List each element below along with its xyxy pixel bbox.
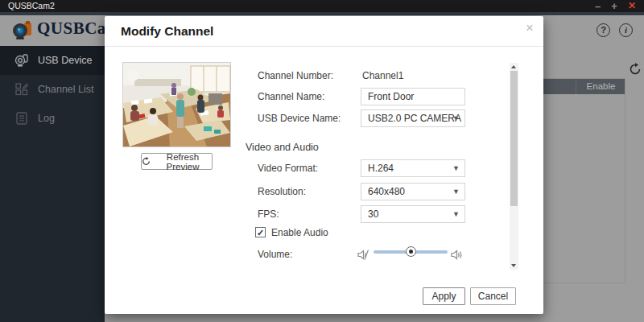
- modify-channel-dialog: Modify Channel ×: [105, 16, 543, 314]
- volume-slider-thumb[interactable]: [406, 246, 416, 257]
- dialog-title: Modify Channel: [121, 16, 213, 47]
- minimize-icon[interactable]: –: [595, 0, 601, 12]
- scroll-down-icon[interactable]: [511, 264, 516, 267]
- usb-device-select-value: USB2.0 PC CAMERA: [368, 110, 461, 127]
- chevron-down-icon: ▼: [452, 110, 460, 126]
- dialog-header: Modify Channel ×: [105, 16, 543, 47]
- chevron-down-icon: ▼: [452, 206, 460, 222]
- close-dialog-icon[interactable]: ×: [526, 20, 534, 36]
- volume-slider-track[interactable]: [374, 250, 448, 254]
- apply-button[interactable]: Apply: [423, 287, 465, 305]
- volume-high-icon: [451, 249, 463, 263]
- close-window-icon[interactable]: ✕: [628, 0, 636, 12]
- window-title: QUSBCam2: [8, 0, 55, 12]
- cancel-button[interactable]: Cancel: [470, 287, 516, 305]
- volume-low-icon: [357, 249, 369, 263]
- camera-preview-image: [122, 62, 231, 147]
- window-controls: – + ✕: [595, 0, 636, 12]
- channel-number-value: Channel1: [362, 67, 403, 85]
- volume-label: Volume:: [258, 246, 292, 263]
- video-audio-section-title: Video and Audio: [246, 142, 319, 153]
- enable-audio-checkbox[interactable]: ✓: [255, 227, 266, 237]
- chevron-down-icon: ▼: [452, 184, 460, 200]
- channel-name-label: Channel Name:: [258, 88, 324, 105]
- usb-device-select[interactable]: USB2.0 PC CAMERA ▼: [361, 109, 465, 127]
- resolution-select[interactable]: 640x480 ▼: [361, 183, 465, 200]
- refresh-preview-label: Refresh Preview: [154, 152, 212, 171]
- resolution-select-value: 640x480: [368, 184, 405, 200]
- scrollbar-thumb[interactable]: [510, 71, 518, 206]
- video-format-select-value: H.264: [368, 160, 394, 177]
- channel-number-label: Channel Number:: [258, 67, 333, 85]
- enable-audio-label: Enable Audio: [271, 227, 328, 238]
- refresh-icon: [142, 157, 151, 166]
- channel-name-input[interactable]: [361, 88, 465, 105]
- video-format-select[interactable]: H.264 ▼: [361, 159, 465, 177]
- usb-device-name-label: USB Device Name:: [258, 109, 341, 127]
- fps-select[interactable]: 30 ▼: [361, 205, 465, 223]
- chevron-down-icon: ▼: [452, 160, 460, 176]
- video-format-label: Video Format:: [258, 159, 318, 177]
- scroll-up-icon[interactable]: [511, 65, 516, 68]
- maximize-icon[interactable]: +: [611, 0, 617, 12]
- window-titlebar: QUSBCam2 – + ✕: [0, 0, 644, 12]
- resolution-label: Resolution:: [258, 183, 306, 200]
- refresh-preview-button[interactable]: Refresh Preview: [141, 153, 213, 170]
- fps-select-value: 30: [368, 206, 378, 223]
- dialog-scrollbar[interactable]: [510, 63, 518, 270]
- fps-label: FPS:: [258, 205, 279, 223]
